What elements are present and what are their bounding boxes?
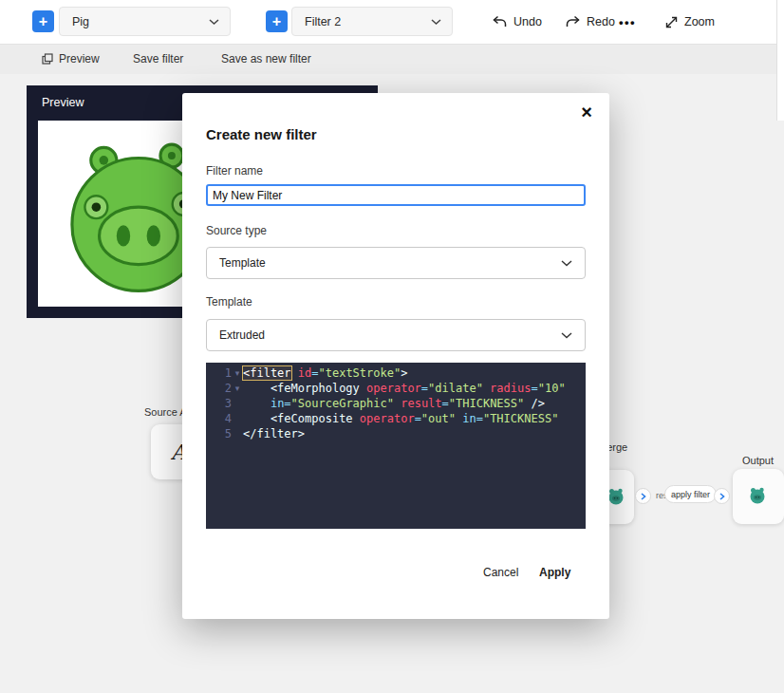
template-select[interactable]: Extruded [206,319,586,351]
zoom-button[interactable]: Zoom [665,0,715,44]
source-node-label: Source A [144,406,187,418]
more-options-button[interactable]: ••• [619,0,636,44]
app-root: + Pig + Filter 2 Undo Redo [0,0,784,693]
main-toolbar: + Pig + Filter 2 Undo Redo [0,0,784,45]
preview-panel-title: Preview [42,96,84,109]
source-type-value: Template [219,256,266,270]
filter-name-label: Filter name [206,164,263,178]
filter-name-input[interactable] [206,184,586,206]
template-value: Extruded [219,328,265,342]
connector-chevron-button[interactable] [714,488,730,504]
cancel-button[interactable]: Cancel [483,566,518,579]
template-label: Template [206,295,252,309]
chevron-right-icon [641,493,646,500]
redo-label: Redo [587,15,615,28]
chevron-down-icon [561,260,572,267]
undo-label: Undo [513,15,542,28]
redo-button[interactable]: Redo [566,0,615,44]
modal-title: Create new filter [206,126,317,142]
undo-icon [493,15,507,28]
source-type-label: Source type [206,224,267,237]
chevron-down-icon [561,332,572,339]
save-as-new-filter-button[interactable]: Save as new filter [221,44,311,74]
connector-chevron-button[interactable] [635,488,651,504]
chevron-right-icon [719,493,725,500]
zoom-expand-icon [665,16,678,28]
apply-filter-pill-button[interactable]: apply filter [664,485,717,503]
pig-node-icon [748,486,767,505]
code-editor[interactable]: 1▾<filter id="textStroke">2▾ <feMorpholo… [206,363,586,529]
save-filter-button[interactable]: Save filter [133,44,183,74]
undo-button[interactable]: Undo [493,0,542,44]
apply-button[interactable]: Apply [539,566,570,579]
pig-node-icon [607,487,625,506]
source-dropdown[interactable]: Pig [59,7,231,36]
chevron-down-icon [431,19,441,25]
output-node-label: Output [742,455,774,466]
add-source-button[interactable]: + [32,10,54,32]
add-filter-button[interactable]: + [266,10,288,32]
redo-icon [566,15,580,28]
filter-actions-bar: Preview Save filter Save as new filter [0,44,784,74]
close-icon[interactable]: × [579,101,594,123]
chevron-down-icon [209,19,219,25]
preview-toggle-label: Preview [59,52,100,66]
create-filter-modal: × Create new filter Filter name Source t… [182,93,609,619]
right-panel-edge [776,0,784,121]
source-type-select[interactable]: Template [206,247,586,279]
filter-dropdown[interactable]: Filter 2 [291,7,453,36]
source-dropdown-value: Pig [72,15,89,28]
preview-toggle-button[interactable]: Preview [42,44,100,74]
code-editor-lines: 1▾<filter id="textStroke">2▾ <feMorpholo… [206,365,586,441]
zoom-label: Zoom [684,15,715,28]
filter-dropdown-value: Filter 2 [305,15,341,28]
preview-windows-icon [42,53,53,65]
